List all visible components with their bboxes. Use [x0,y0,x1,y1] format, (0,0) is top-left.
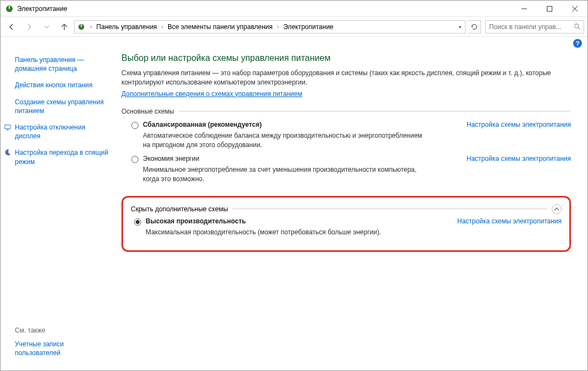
sidebar-home-link[interactable]: Панель управления — домашняя страница [15,55,109,73]
window-title: Электропитание [17,5,67,13]
plan-description: Максимальная производительность (может п… [146,228,431,237]
sidebar-link-user-accounts[interactable]: Учетные записи пользователей [15,340,109,357]
plan-description: Минимальное энергопотребление за счет ум… [143,165,429,184]
display-off-icon [4,123,12,131]
power-options-icon [5,4,14,13]
search-input[interactable] [489,23,572,31]
close-button[interactable] [562,1,587,17]
power-plan-balanced: Сбалансированная (рекомендуется) Настрой… [131,121,571,150]
radio-saver[interactable] [131,156,138,163]
sleep-mode-icon [4,149,12,156]
up-button[interactable] [57,19,72,35]
plan-title: Экономия энергии [143,155,199,162]
breadcrumb-item[interactable]: Панель управления [95,23,158,31]
svg-line-9 [578,27,580,29]
chevron-right-icon: › [159,24,165,30]
minimize-button[interactable] [512,1,537,17]
plan-settings-link[interactable]: Настройка схемы электропитания [457,217,562,225]
power-plan-high-perf: Высокая производительность Настройка схе… [134,217,562,237]
power-options-icon [77,23,86,31]
plan-title: Высокая производительность [146,217,246,225]
radio-high-perf[interactable] [134,218,141,226]
see-also-label: См. также [15,327,109,334]
breadcrumb-item[interactable]: Электропитание [282,23,334,31]
breadcrumb-item[interactable]: Все элементы панели управления [167,23,274,31]
collapse-button[interactable] [552,204,562,214]
page-title: Выбор или настройка схемы управления пит… [121,53,571,63]
hide-additional-legend: Скрыть дополнительные схемы [131,205,232,213]
recent-dropdown[interactable] [39,19,54,35]
divider [179,111,571,111]
basic-plans-legend: Основные схемы [121,108,571,115]
chevron-down-icon[interactable]: ▾ [459,24,462,30]
divider [232,209,547,209]
navbar: › Панель управления › Все элементы панел… [1,17,587,37]
svg-point-8 [575,24,579,28]
window-controls [512,1,587,17]
sidebar-link-power-buttons[interactable]: Действия кнопок питания [15,81,109,89]
help-icon[interactable]: ? [573,39,582,48]
more-info-link[interactable]: Дополнительные сведения о схемах управле… [121,90,302,98]
chevron-right-icon: › [275,24,281,30]
sidebar: Панель управления — домашняя страница Де… [1,48,116,370]
svg-rect-3 [547,6,552,11]
plan-description: Автоматическое соблюдение баланса между … [143,131,429,150]
basic-plans-legend-text: Основные схемы [121,108,179,115]
search-icon [574,23,581,30]
plan-settings-link[interactable]: Настройка схемы электропитания [467,121,571,128]
svg-rect-10 [5,125,11,129]
main-panel: Выбор или настройка схемы управления пит… [116,48,587,370]
help-row: ? [1,37,587,48]
forward-button[interactable] [21,19,37,35]
page-description: Схема управления питанием — это набор па… [121,69,571,88]
refresh-button[interactable] [468,20,481,33]
chevron-right-icon: › [88,24,94,30]
sidebar-link-create-plan[interactable]: Создание схемы управления питанием [15,98,109,115]
titlebar: Электропитание [1,1,587,17]
content: Панель управления — домашняя страница Де… [1,48,587,370]
plan-title: Сбалансированная (рекомендуется) [143,121,262,128]
svg-rect-11 [7,129,9,130]
additional-plans-section: Скрыть дополнительные схемы Высокая прои… [121,196,571,252]
breadcrumb[interactable]: › Панель управления › Все элементы панел… [74,20,465,33]
svg-rect-1 [9,6,10,9]
maximize-button[interactable] [537,1,562,17]
back-button[interactable] [4,19,19,35]
svg-rect-7 [81,24,82,26]
radio-balanced[interactable] [131,122,138,129]
sidebar-link-sleep[interactable]: Настройка перехода в спящий режим [15,148,109,166]
power-plan-saver: Экономия энергии Настройка схемы электро… [131,155,571,184]
sidebar-link-display-off[interactable]: Настройка отключения дисплея [15,123,109,140]
search-box[interactable] [485,20,584,33]
plan-settings-link[interactable]: Настройка схемы электропитания [467,155,571,162]
